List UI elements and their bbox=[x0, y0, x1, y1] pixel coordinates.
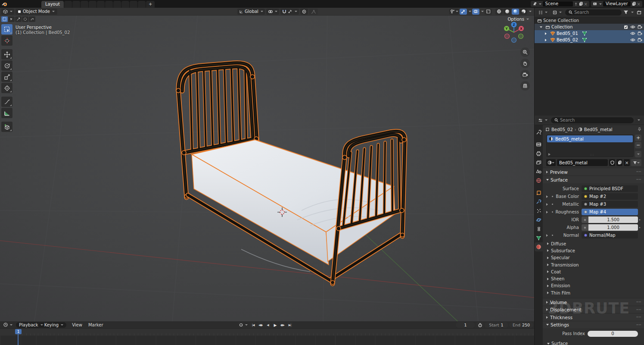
shading-material-preview-button[interactable] bbox=[512, 9, 519, 15]
move-tool[interactable] bbox=[1, 49, 12, 60]
panel-settings[interactable]: Settings══ bbox=[543, 321, 644, 329]
filter-icon[interactable] bbox=[623, 10, 628, 15]
expand-icon[interactable] bbox=[546, 195, 548, 198]
shading-solid-button[interactable] bbox=[504, 9, 511, 15]
expand-icon[interactable] bbox=[546, 211, 548, 213]
tab-output[interactable] bbox=[535, 149, 543, 158]
browse-material-button[interactable] bbox=[546, 159, 556, 166]
current-frame-marker[interactable]: 1 bbox=[15, 329, 22, 334]
material-specials-menu[interactable] bbox=[635, 151, 641, 157]
current-frame-field[interactable]: 1 bbox=[456, 322, 475, 328]
fake-user-shield-icon[interactable] bbox=[609, 159, 615, 166]
tab-scene[interactable] bbox=[535, 167, 543, 176]
panel-surface[interactable]: Surface══ bbox=[543, 176, 644, 183]
play-reverse-button[interactable]: ◀ bbox=[264, 322, 271, 328]
normal-field[interactable]: Normal/Map bbox=[582, 232, 638, 238]
snap-toggle[interactable] bbox=[280, 9, 299, 15]
scene-selector[interactable]: Scene × bbox=[531, 1, 589, 7]
tab-world[interactable] bbox=[535, 176, 543, 185]
material-filter-button[interactable] bbox=[631, 159, 641, 166]
workspace-tab[interactable] bbox=[130, 1, 137, 8]
mode-selector[interactable]: Object Mode bbox=[16, 9, 57, 15]
timeline-tracks[interactable] bbox=[0, 336, 534, 345]
tab-object[interactable] bbox=[535, 188, 543, 197]
timeline-editor-type-selector[interactable] bbox=[2, 322, 14, 328]
camera-view-icon[interactable] bbox=[520, 70, 530, 79]
prev-keyframe-button[interactable]: ◀◆ bbox=[257, 322, 264, 328]
auto-keying-button[interactable] bbox=[238, 322, 244, 328]
remove-viewlayer-icon[interactable]: × bbox=[637, 2, 641, 6]
outliner-editor-type-selector[interactable] bbox=[536, 9, 549, 16]
tab-physics[interactable] bbox=[535, 215, 543, 224]
material-panel-collapsed[interactable]: Volume══ bbox=[543, 298, 644, 306]
material-slot-list[interactable]: Bed05_metal ::: bbox=[546, 135, 634, 157]
outliner-search[interactable]: Search bbox=[565, 9, 622, 16]
transform-tool[interactable] bbox=[1, 83, 12, 93]
timeline-view-menu[interactable]: View bbox=[69, 323, 85, 327]
surface-subsection[interactable]: Transmission bbox=[543, 261, 644, 268]
workspace-tab[interactable] bbox=[89, 1, 96, 8]
tweak-tool-button[interactable] bbox=[1, 16, 8, 22]
surface-subsection[interactable]: Subsurface bbox=[543, 247, 644, 254]
tab-tool[interactable] bbox=[535, 128, 543, 137]
select-lasso-mode-button[interactable] bbox=[22, 16, 28, 22]
ior-field[interactable]: 1.500 bbox=[582, 216, 638, 223]
new-material-copy-icon[interactable] bbox=[616, 159, 622, 166]
measure-tool[interactable] bbox=[1, 108, 12, 118]
scale-tool[interactable] bbox=[1, 72, 12, 82]
expand-icon[interactable] bbox=[546, 234, 548, 237]
add-material-slot-button[interactable]: + bbox=[635, 135, 641, 141]
timeline-editor[interactable]: Playback Keying View Marker |◀ ◀◆ ◀ ▶ ◆▶… bbox=[0, 321, 534, 345]
outliner-display-mode-selector[interactable] bbox=[551, 9, 563, 16]
proportional-editing-toggle[interactable] bbox=[300, 9, 308, 15]
overlays-toggle[interactable] bbox=[472, 9, 479, 15]
pivot-point-selector[interactable] bbox=[266, 9, 279, 15]
properties-editor-type-selector[interactable] bbox=[536, 117, 549, 123]
workspace-tab[interactable] bbox=[105, 1, 113, 8]
viewport-3d[interactable]: Object Mode Global bbox=[0, 8, 534, 321]
timeline-ruler[interactable] bbox=[0, 329, 534, 336]
surface-subsection[interactable]: Diffuse bbox=[543, 240, 644, 247]
breadcrumb-object[interactable]: Bed05_02 bbox=[551, 127, 573, 132]
playback-popover[interactable]: Playback Keying bbox=[16, 322, 66, 328]
hide-viewport-eye-icon[interactable] bbox=[630, 31, 635, 35]
viewlayer-selector[interactable]: ViewLayer × bbox=[591, 1, 642, 7]
disable-render-camera-icon[interactable] bbox=[638, 38, 642, 42]
tab-modifiers[interactable] bbox=[535, 197, 543, 206]
timeline-marker-menu[interactable]: Marker bbox=[85, 323, 106, 327]
pin-icon[interactable] bbox=[638, 127, 641, 132]
proportional-falloff-selector[interactable] bbox=[309, 9, 318, 15]
panel-preview[interactable]: Preview══ bbox=[543, 168, 644, 176]
shading-wireframe-button[interactable] bbox=[495, 9, 503, 15]
frame-start-field[interactable]: Start1 bbox=[484, 322, 508, 328]
workspace-tab[interactable] bbox=[64, 1, 72, 8]
outliner-row-collection[interactable]: Collection bbox=[535, 24, 644, 30]
select-circle-mode-button[interactable] bbox=[15, 16, 22, 22]
options-dropdown[interactable]: Options bbox=[505, 16, 532, 22]
transform-orientation-selector[interactable]: Global bbox=[237, 9, 265, 15]
jump-to-end-button[interactable]: ▶| bbox=[286, 322, 293, 328]
workspace-tab[interactable] bbox=[97, 1, 105, 8]
add-cube-tool[interactable] bbox=[1, 122, 12, 132]
checkbox-icon[interactable] bbox=[624, 25, 628, 29]
editor-type-selector[interactable] bbox=[1, 9, 14, 15]
surface-subsection[interactable]: Thin Film bbox=[543, 289, 644, 296]
add-workspace-button[interactable]: + bbox=[146, 1, 155, 8]
workspace-tab[interactable] bbox=[72, 1, 80, 8]
zoom-icon[interactable] bbox=[520, 47, 530, 57]
expand-icon[interactable] bbox=[540, 26, 542, 28]
viewlayer-name[interactable]: ViewLayer bbox=[603, 1, 631, 6]
next-keyframe-button[interactable]: ◆▶ bbox=[279, 322, 286, 328]
select-box-tool[interactable] bbox=[1, 24, 12, 34]
workspace-tab[interactable] bbox=[121, 1, 129, 8]
jump-to-start-button[interactable]: |◀ bbox=[250, 322, 256, 328]
new-collection-button[interactable] bbox=[635, 9, 642, 16]
tab-view-layer[interactable] bbox=[535, 158, 543, 167]
expand-icon[interactable] bbox=[546, 203, 548, 206]
new-viewlayer-icon[interactable] bbox=[632, 2, 636, 6]
toggle-perspective-icon[interactable] bbox=[520, 81, 530, 91]
outliner-row-bed05-01[interactable]: Bed05_01 bbox=[535, 30, 644, 37]
play-button[interactable]: ▶ bbox=[272, 322, 278, 328]
base-color-field[interactable]: Map #2 bbox=[582, 193, 638, 200]
scene-name[interactable]: Scene bbox=[543, 1, 573, 6]
